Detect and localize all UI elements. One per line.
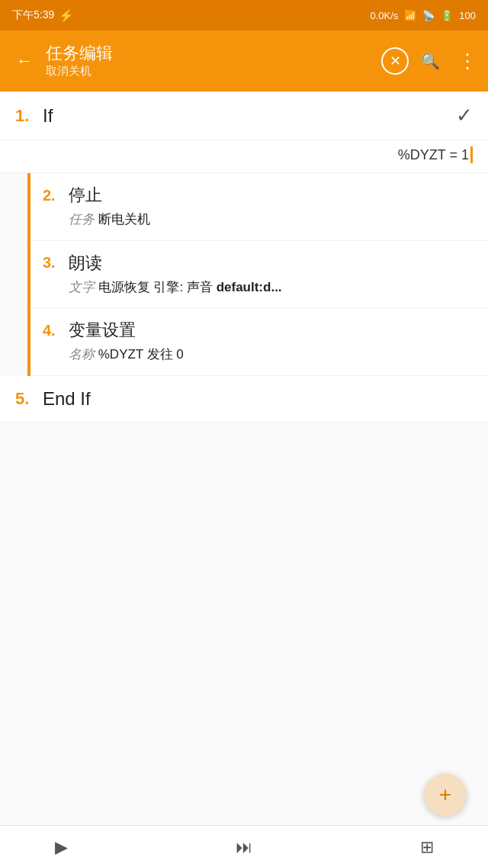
close-icon: ✕ [390, 53, 401, 69]
bolt-icon: ⚡ [59, 8, 74, 23]
row-3-detail: 文字 电源恢复 引擎: 声音 default:d... [43, 278, 476, 297]
app-title: 任务编辑 [46, 43, 381, 63]
content-area: 1. If ✓ %DYZT = 1 2. 停止 任务 断电关机 3. [0, 92, 488, 825]
row-3-value: 电源恢复 引擎: 声音 [98, 280, 213, 294]
status-right: 0.0K/s 📶 📡 🔋 100 [370, 10, 476, 21]
time-label: 下午5:39 [12, 8, 54, 22]
row-3-key: 文字 [69, 280, 95, 294]
app-title-area: 任务编辑 取消关机 [43, 43, 381, 79]
battery-level: 100 [459, 10, 476, 21]
row-2-label: 停止 [69, 184, 102, 207]
fab-plus-icon: + [439, 783, 451, 807]
row-2-detail: 任务 断电关机 [43, 210, 476, 230]
row-1-number: 1. [15, 106, 43, 126]
row-4-key: 名称 [69, 347, 95, 362]
search-button[interactable]: 🔍 [415, 46, 445, 76]
app-bar-actions: ✕ 🔍 ⋮ [381, 46, 482, 76]
row-4-detail: 名称 %DYZT 发往 0 [43, 345, 476, 365]
skip-button[interactable]: ⏭ [229, 832, 259, 863]
row-5-label: End If [43, 388, 473, 410]
battery-icon: 🔋 [441, 10, 453, 21]
row-4-value: %DYZT 发往 0 [98, 347, 184, 362]
bottom-bar: ▶ ⏭ ⊞ [0, 825, 488, 868]
row-3-extra: default:d... [217, 280, 282, 294]
fab-add-button[interactable]: + [424, 773, 467, 816]
search-icon: 🔍 [421, 52, 440, 70]
row-4-number: 4. [43, 322, 69, 339]
back-icon: ← [16, 51, 33, 71]
app-subtitle: 取消关机 [46, 63, 381, 79]
row-2-number: 2. [43, 187, 69, 204]
row-3-number: 3. [43, 254, 69, 272]
condition-row[interactable]: %DYZT = 1 [0, 140, 488, 173]
row-1-label: If [43, 105, 456, 127]
task-row-if[interactable]: 1. If ✓ [0, 92, 488, 140]
more-icon: ⋮ [458, 50, 476, 73]
skip-icon: ⏭ [236, 837, 252, 857]
row-4-label: 变量设置 [69, 319, 136, 342]
condition-text: %DYZT = 1 [398, 147, 469, 163]
task-row-endif[interactable]: 5. End If [0, 376, 488, 423]
row-5-number: 5. [15, 389, 43, 409]
status-left: 下午5:39 ⚡ [12, 8, 74, 23]
chevron-down-icon[interactable]: ✓ [456, 104, 473, 127]
network-speed: 0.0K/s [370, 10, 398, 21]
nested-items: 2. 停止 任务 断电关机 3. 朗读 文字 电源恢复 引擎: 声音 defau… [27, 173, 488, 376]
task-row-stop[interactable]: 2. 停止 任务 断电关机 [30, 173, 488, 241]
task-row-varset[interactable]: 4. 变量设置 名称 %DYZT 发往 0 [30, 308, 488, 376]
app-bar: ← 任务编辑 取消关机 ✕ 🔍 ⋮ [0, 31, 488, 92]
grid-icon: ⊞ [420, 837, 434, 857]
more-button[interactable]: ⋮ [451, 46, 482, 76]
back-button[interactable]: ← [6, 43, 43, 79]
play-button[interactable]: ▶ [46, 832, 76, 863]
close-button[interactable]: ✕ [381, 47, 409, 75]
task-row-speak[interactable]: 3. 朗读 文字 电源恢复 引擎: 声音 default:d... [30, 241, 488, 309]
signal-icon: 📶 [404, 10, 416, 21]
play-icon: ▶ [55, 837, 68, 857]
row-2-value: 断电关机 [98, 212, 150, 227]
cursor-indicator [470, 146, 473, 163]
row-3-label: 朗读 [69, 252, 102, 275]
wifi-icon: 📡 [422, 10, 435, 21]
row-2-key: 任务 [69, 212, 95, 227]
status-bar: 下午5:39 ⚡ 0.0K/s 📶 📡 🔋 100 [0, 0, 488, 31]
grid-button[interactable]: ⊞ [412, 832, 442, 863]
